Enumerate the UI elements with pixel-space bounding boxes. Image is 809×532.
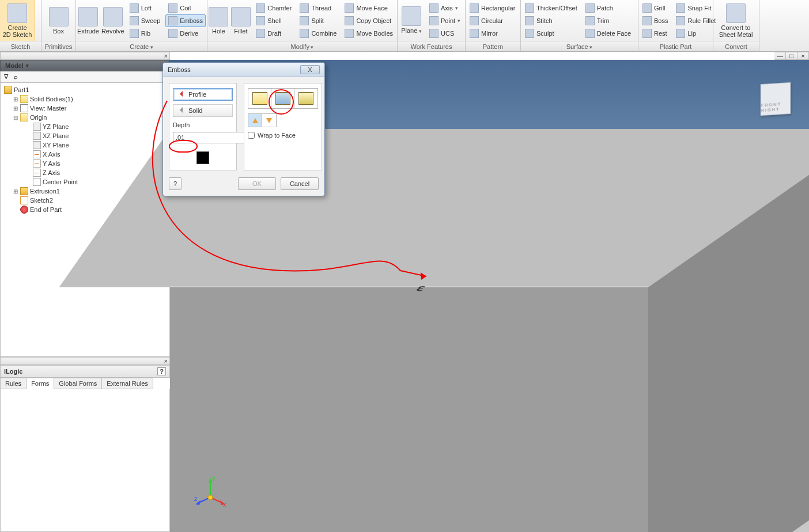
circular-button[interactable]: Circular — [467, 14, 518, 27]
delete-face-button[interactable]: Delete Face — [583, 27, 634, 40]
solid-picker-button[interactable]: Solid — [173, 104, 233, 117]
rib-button[interactable]: Rib — [127, 27, 164, 40]
lip-button[interactable]: Lip — [673, 27, 719, 40]
panel-close-icon[interactable]: × — [164, 52, 168, 59]
plane-button[interactable]: Plane — [398, 0, 425, 41]
derive-button[interactable]: Derive — [165, 27, 206, 40]
chamfer-button[interactable]: Chamfer — [253, 2, 294, 14]
convert-sheetmetal-button[interactable]: Convert to Sheet Metal — [713, 0, 758, 41]
rest-button[interactable]: Rest — [640, 27, 671, 40]
dialog-help-button[interactable]: ? — [169, 177, 182, 190]
label: Grill — [654, 5, 666, 12]
tree-node[interactable]: ⊞View: Master — [2, 104, 168, 113]
axis-icon — [33, 169, 41, 177]
label: Extrusion1 — [30, 188, 60, 195]
revolve-button[interactable]: Revolve — [100, 0, 126, 41]
direction-2-button[interactable] — [262, 114, 276, 127]
mirror-button[interactable]: Mirror — [467, 27, 518, 40]
filter-icon[interactable]: ∇ — [4, 73, 8, 81]
doc-restore-button[interactable]: □ — [786, 52, 797, 60]
hole-button[interactable]: Hole — [207, 0, 230, 41]
sweep-button[interactable]: Sweep — [127, 14, 164, 27]
combine-icon — [300, 29, 309, 38]
group-label[interactable]: Create — [76, 41, 207, 51]
expand-icon[interactable]: ⊞ — [12, 188, 18, 195]
emboss-from-plane-button[interactable] — [294, 89, 317, 108]
axis-button[interactable]: Axis — [426, 2, 463, 14]
engrave-from-face-button[interactable] — [271, 89, 294, 108]
wrap-checkbox-input[interactable] — [248, 132, 255, 139]
dialog-close-button[interactable]: X — [300, 65, 320, 74]
model-panel-strip: × — [0, 52, 170, 60]
ilogic-tab-global-forms[interactable]: Global Forms — [54, 378, 102, 389]
ribbon-group-surface: Thicken/Offset Stitch Sculpt Patch Trim … — [521, 0, 638, 51]
group-label[interactable]: Surface — [521, 41, 638, 51]
tree-node[interactable]: ⊟Origin — [2, 113, 168, 122]
help-icon[interactable]: ? — [157, 367, 166, 375]
split-button[interactable]: Split — [297, 14, 339, 27]
extrude-button[interactable]: Extrude — [76, 0, 100, 41]
ucs-button[interactable]: UCS — [426, 27, 463, 40]
expand-icon[interactable]: ⊞ — [12, 105, 18, 112]
patch-button[interactable]: Patch — [583, 2, 634, 14]
tree-root[interactable]: Part1 — [2, 85, 168, 94]
move-bodies-button[interactable]: Move Bodies — [342, 27, 396, 40]
stitch-button[interactable]: Stitch — [522, 14, 580, 27]
emboss-from-face-button[interactable] — [248, 89, 271, 108]
trim-button[interactable]: Trim — [583, 14, 634, 27]
ilogic-tab-rules[interactable]: Rules — [1, 378, 27, 389]
fillet-button[interactable]: Fillet — [230, 0, 252, 41]
thread-button[interactable]: Thread — [297, 2, 339, 14]
color-swatch[interactable] — [196, 151, 209, 164]
emboss-button[interactable]: Emboss — [165, 14, 206, 27]
loft-button[interactable]: Loft — [127, 2, 164, 14]
model-panel-header[interactable]: Model▾ — [0, 60, 170, 71]
snap-fit-button[interactable]: Snap Fit — [673, 2, 719, 14]
copy-object-button[interactable]: Copy Object — [342, 14, 396, 27]
label: End of Part — [30, 206, 62, 213]
create-2d-sketch-button[interactable]: Create 2D Sketch — [0, 0, 35, 41]
move-bodies-icon — [345, 29, 354, 38]
tree-node[interactable]: XZ Plane — [2, 131, 168, 140]
ilogic-body[interactable] — [0, 389, 170, 532]
delete-face-icon — [585, 29, 595, 38]
combine-button[interactable]: Combine — [297, 27, 339, 40]
thicken-button[interactable]: Thicken/Offset — [522, 2, 580, 14]
label: Fillet — [234, 28, 247, 35]
draft-button[interactable]: Draft — [253, 27, 294, 40]
move-face-button[interactable]: Move Face — [342, 2, 396, 14]
group-label[interactable]: Modify — [207, 41, 397, 51]
tree-node[interactable]: ⊞Solid Bodies(1) — [2, 94, 168, 104]
tree-node[interactable]: YZ Plane — [2, 122, 168, 131]
tree-node[interactable]: X Axis — [2, 150, 168, 159]
find-icon[interactable]: ⌕ — [14, 73, 18, 81]
ilogic-tab-external-rules[interactable]: External Rules — [102, 378, 153, 389]
label: Move Face — [356, 5, 387, 12]
coil-button[interactable]: Coil — [165, 2, 206, 14]
expand-icon[interactable]: ⊟ — [12, 115, 18, 121]
cancel-button[interactable]: Cancel — [281, 177, 319, 190]
boss-button[interactable]: Boss — [640, 14, 671, 27]
svg-marker-11 — [266, 118, 272, 123]
doc-minimize-button[interactable]: — — [774, 52, 786, 60]
view-cube[interactable]: FRONT RIGHT — [761, 82, 791, 116]
view-icon — [20, 104, 28, 112]
tree-node[interactable]: XY Plane — [2, 140, 168, 150]
profile-picker-button[interactable]: Profile — [173, 88, 233, 101]
sculpt-button[interactable]: Sculpt — [522, 27, 580, 40]
box-icon — [49, 7, 69, 26]
panel-close-icon[interactable]: × — [164, 358, 168, 364]
shell-button[interactable]: Shell — [253, 14, 294, 27]
rule-fillet-button[interactable]: Rule Fillet — [673, 14, 719, 27]
rectangular-button[interactable]: Rectangular — [467, 2, 518, 14]
direction-1-button[interactable] — [248, 114, 262, 127]
ok-button[interactable]: OK — [238, 177, 276, 190]
point-button[interactable]: Point — [426, 14, 463, 27]
dialog-titlebar[interactable]: Emboss X — [163, 63, 324, 77]
doc-close-button[interactable]: × — [797, 52, 809, 60]
box-button[interactable]: Box — [41, 0, 75, 41]
expand-icon[interactable]: ⊞ — [12, 96, 18, 102]
ilogic-tab-forms[interactable]: Forms — [27, 378, 54, 389]
wrap-to-face-checkbox[interactable]: Wrap to Face — [248, 132, 318, 139]
grill-button[interactable]: Grill — [640, 2, 671, 14]
